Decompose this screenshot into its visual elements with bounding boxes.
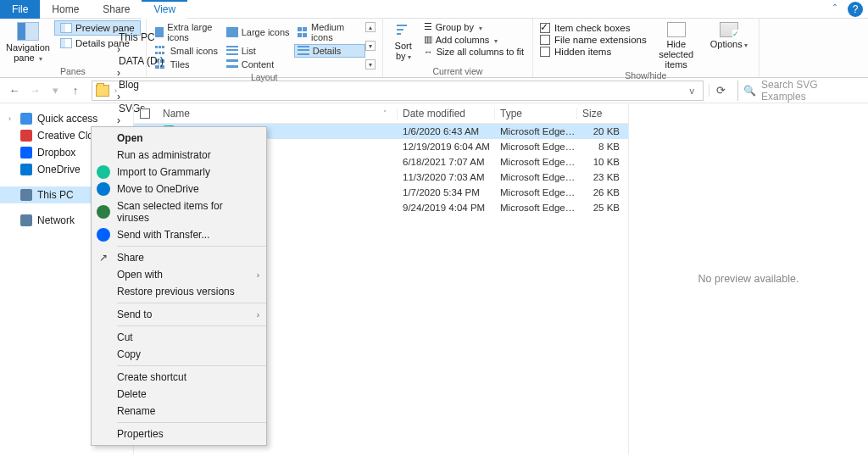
context-menu-item[interactable]: Properties: [92, 425, 266, 442]
column-header-type[interactable]: Type: [495, 108, 577, 120]
context-menu-item[interactable]: ↗Share: [92, 249, 266, 266]
hide-icon: [667, 22, 686, 37]
up-button[interactable]: ↑: [68, 84, 83, 97]
submenu-arrow-icon: ›: [257, 270, 259, 280]
refresh-button[interactable]: ⟳: [709, 84, 732, 97]
layout-details[interactable]: Details: [294, 44, 365, 58]
help-icon[interactable]: ?: [848, 2, 863, 17]
layout-content[interactable]: Content: [223, 58, 294, 71]
search-box[interactable]: 🔍 Search SVG Examples: [737, 81, 865, 101]
context-menu-item[interactable]: Scan selected items for viruses: [92, 197, 266, 226]
add-columns-button[interactable]: ▥Add columns: [420, 33, 527, 46]
context-menu-item[interactable]: Open: [92, 130, 266, 147]
details-pane-icon: [60, 38, 72, 48]
recent-locations-button[interactable]: ▾: [47, 84, 63, 97]
address-dropdown-button[interactable]: v: [690, 86, 695, 96]
menu-label: Send to: [117, 309, 152, 320]
sidebar-label: Network: [37, 214, 75, 226]
tab-home[interactable]: Home: [40, 0, 91, 19]
hidden-items-toggle[interactable]: Hidden items: [538, 46, 648, 58]
group-by-button[interactable]: ☰Group by: [420, 20, 527, 33]
navigation-pane-label: Navigation pane: [6, 42, 50, 63]
chevron-right-icon[interactable]: ›: [117, 43, 120, 55]
layout-medium[interactable]: Medium icons: [294, 20, 365, 44]
file-type: Microsoft Edge HT...: [495, 172, 577, 182]
tab-view[interactable]: View: [142, 0, 187, 19]
menu-separator: [117, 325, 266, 326]
file-type: Microsoft Edge HT...: [495, 126, 577, 136]
menu-label: Open: [117, 132, 143, 144]
sidebar-label: Quick access: [37, 113, 97, 125]
ribbon-group-current-view: Sort by ☰Group by ▥Add columns ↔Size all…: [383, 19, 533, 77]
layout-large[interactable]: Large icons: [223, 20, 294, 44]
sort-icon: [395, 22, 412, 39]
address-bar[interactable]: › This PC›DATA (D:)›Blog›SVGs›SVG Exampl…: [92, 81, 704, 101]
hide-selected-button[interactable]: Hide selected items: [652, 20, 701, 70]
context-menu-item[interactable]: Copy: [92, 346, 266, 363]
context-menu-item[interactable]: Restore previous versions: [92, 283, 266, 300]
shield-icon: [97, 205, 110, 219]
context-menu-item[interactable]: Run as administrator: [92, 147, 266, 164]
size-all-columns-button[interactable]: ↔Size all columns to fit: [420, 46, 527, 58]
layout-more-icon[interactable]: ▾: [365, 59, 376, 70]
forward-button[interactable]: →: [27, 84, 42, 97]
layout-up-icon[interactable]: ▴: [365, 22, 376, 32]
window-controls: ˆ ?: [827, 2, 868, 17]
back-button[interactable]: ←: [7, 84, 22, 97]
collapse-ribbon-icon[interactable]: ˆ: [827, 2, 843, 17]
sidebar-item[interactable]: ›Quick access: [0, 110, 133, 127]
file-name-extensions-toggle[interactable]: File name extensions: [538, 34, 648, 46]
file-size: 20 KB: [577, 126, 628, 136]
sort-by-button[interactable]: Sort by: [388, 20, 419, 65]
menu-label: Open with: [117, 269, 163, 281]
menu-separator: [117, 246, 266, 247]
header-checkbox[interactable]: [134, 108, 156, 119]
svg-rect-2: [397, 33, 401, 35]
layout-list[interactable]: List: [223, 44, 294, 58]
sidebar-label: Dropbox: [37, 147, 75, 158]
context-menu-item[interactable]: Send with Transfer...: [92, 226, 266, 243]
preview-pane-icon: [60, 23, 72, 33]
chevron-right-icon[interactable]: ›: [117, 91, 120, 103]
chevron-right-icon[interactable]: ›: [117, 67, 120, 79]
context-menu-item[interactable]: Create shortcut: [92, 369, 266, 386]
breadcrumb-item[interactable]: This PC: [117, 31, 189, 43]
item-check-boxes-toggle[interactable]: Item check boxes: [538, 22, 648, 34]
context-menu-item[interactable]: Delete: [92, 386, 266, 403]
tab-strip: File Home Share View ˆ ?: [0, 0, 868, 19]
sidebar-icon: [20, 189, 32, 201]
context-menu-item[interactable]: Open with›: [92, 266, 266, 283]
navigation-pane-icon: [17, 22, 39, 41]
menu-label: Properties: [117, 428, 164, 440]
options-button[interactable]: Options: [704, 20, 754, 70]
tab-share[interactable]: Share: [91, 0, 142, 19]
file-date: 1/7/2020 5:34 PM: [398, 187, 495, 197]
column-header-date[interactable]: Date modified: [398, 108, 495, 120]
menu-separator: [117, 422, 266, 423]
sidebar-icon: [20, 147, 32, 158]
menu-label: Send with Transfer...: [117, 229, 209, 241]
navigation-pane-button[interactable]: Navigation pane: [5, 20, 51, 65]
column-header-size[interactable]: Size: [577, 108, 628, 120]
sidebar-label: This PC: [37, 189, 74, 201]
breadcrumb-item[interactable]: Blog: [117, 79, 189, 91]
column-header-name[interactable]: Name˄: [156, 108, 398, 120]
context-menu-item[interactable]: Cut: [92, 329, 266, 346]
menu-label: Restore previous versions: [117, 286, 235, 298]
file-date: 1/6/2020 6:43 AM: [398, 126, 495, 136]
fit-columns-icon: ↔: [424, 47, 433, 57]
context-menu-item[interactable]: Rename: [92, 403, 266, 420]
expand-icon[interactable]: ›: [8, 114, 11, 123]
breadcrumb-item[interactable]: DATA (D:): [117, 55, 189, 67]
tab-file[interactable]: File: [0, 0, 40, 19]
checkbox-icon: [540, 23, 550, 33]
file-date: 11/3/2020 7:03 AM: [398, 172, 495, 182]
menu-label: Cut: [117, 331, 133, 343]
search-placeholder: Search SVG Examples: [761, 79, 860, 103]
menu-label: Scan selected items for viruses: [117, 200, 256, 224]
context-menu-item[interactable]: Import to Grammarly: [92, 164, 266, 181]
context-menu-item[interactable]: Move to OneDrive: [92, 181, 266, 197]
layout-down-icon[interactable]: ▾: [365, 41, 376, 51]
context-menu-item[interactable]: Send to›: [92, 306, 266, 323]
layout-scroll[interactable]: ▴ ▾ ▾: [365, 20, 377, 71]
